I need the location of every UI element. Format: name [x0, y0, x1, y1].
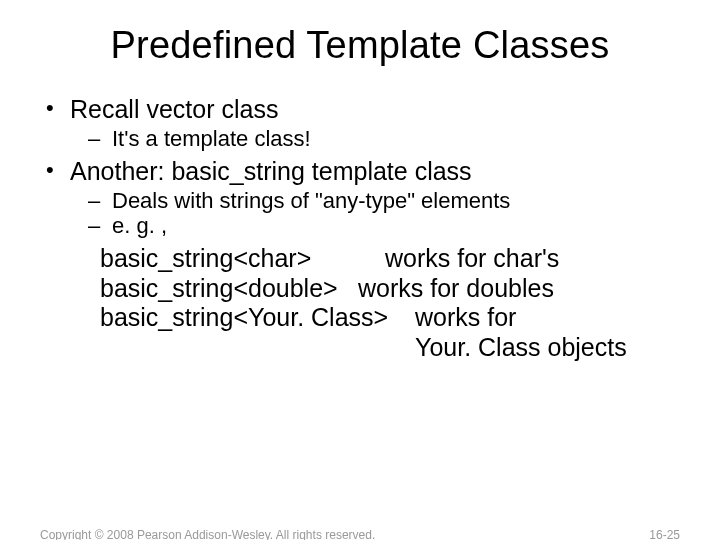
slide-body: Recall vector class It's a template clas…	[0, 95, 720, 362]
example-code: basic_string<double>	[100, 274, 358, 304]
bullet-item: Recall vector class It's a template clas…	[40, 95, 680, 151]
sub-bullet-item: e. g. ,	[70, 213, 680, 238]
sub-bullet-list: It's a template class!	[70, 126, 680, 151]
example-row: basic_string<Your. Class> works for	[100, 303, 680, 333]
sub-bullet-list: Deals with strings of "any-type" element…	[70, 188, 680, 239]
example-desc: works for	[415, 303, 516, 333]
footer-page-number: 16-25	[649, 528, 680, 540]
example-desc: works for char's	[385, 244, 559, 274]
slide: Predefined Template Classes Recall vecto…	[0, 24, 720, 540]
sub-bullet-text: Deals with strings of "any-type" element…	[112, 188, 510, 213]
bullet-list: Recall vector class It's a template clas…	[40, 95, 680, 362]
footer-copyright: Copyright © 2008 Pearson Addison-Wesley.…	[40, 528, 375, 540]
example-desc-cont: Your. Class objects	[100, 333, 627, 363]
example-code: basic_string<char>	[100, 244, 385, 274]
examples-block: basic_string<char> works for char's basi…	[100, 244, 680, 362]
sub-bullet-text: It's a template class!	[112, 126, 311, 151]
sub-bullet-item: Deals with strings of "any-type" element…	[70, 188, 680, 213]
example-code: basic_string<Your. Class>	[100, 303, 415, 333]
example-row: basic_string<double> works for doubles	[100, 274, 680, 304]
example-desc: works for doubles	[358, 274, 554, 304]
sub-bullet-item: It's a template class!	[70, 126, 680, 151]
example-row: basic_string<char> works for char's	[100, 244, 680, 274]
sub-bullet-text: e. g. ,	[112, 213, 167, 238]
bullet-text: Recall vector class	[70, 95, 278, 123]
example-row: Your. Class objects	[100, 333, 680, 363]
bullet-text: Another: basic_string template class	[70, 157, 472, 185]
slide-title: Predefined Template Classes	[0, 24, 720, 67]
bullet-item: Another: basic_string template class Dea…	[40, 157, 680, 362]
